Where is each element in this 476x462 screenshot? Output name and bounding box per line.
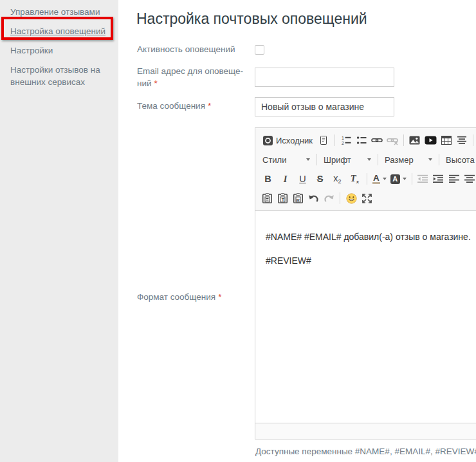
chevron-down-icon (383, 178, 387, 180)
strikethrough-button[interactable]: S (311, 171, 329, 187)
toolbar-separator (367, 173, 367, 185)
chevron-down-icon (403, 178, 407, 180)
svg-text:w: w (295, 198, 300, 202)
toolbar-separator (334, 134, 335, 146)
size-combo[interactable]: Размер (381, 155, 435, 165)
bold-button[interactable]: B (259, 171, 277, 187)
email-input[interactable] (255, 68, 394, 87)
bulleted-list-button[interactable] (354, 132, 369, 149)
strikethrough-icon: S (313, 174, 327, 184)
toolbar-separator (378, 154, 378, 165)
align-left-button[interactable] (446, 171, 462, 187)
numbered-list-button[interactable]: 12 (338, 132, 354, 149)
editor-content-area[interactable]: #NAME# #EMAIL# добавил(-а) отзыв о магаз… (255, 211, 476, 423)
font-combo[interactable]: Шрифт (320, 155, 374, 165)
background-color-button[interactable]: A (389, 171, 408, 187)
email-required-asterisk: * (154, 79, 158, 88)
underline-icon: U (296, 174, 309, 184)
available-variables-note: Доступные переменные #NAME#, #EMAIL#, #R… (255, 447, 476, 456)
youtube-button[interactable] (423, 132, 439, 149)
italic-button[interactable]: I (277, 171, 294, 187)
toolbar-separator (316, 154, 317, 165)
source-button[interactable]: Исходник (259, 132, 316, 149)
source-icon (262, 135, 273, 146)
smiley-icon (346, 193, 357, 204)
activity-label-text: Активность оповещений (137, 44, 235, 54)
sidebar-item-settings[interactable]: Настройки (10, 44, 108, 57)
remove-format-button[interactable]: Tx (346, 171, 363, 187)
maximize-button[interactable] (359, 190, 374, 207)
sidebar-item-review-management[interactable]: Управление отзывами (10, 6, 108, 19)
email-label: Email адрес для оповеще­ний* (137, 65, 250, 89)
increase-indent-button[interactable] (431, 171, 446, 187)
smiley-button[interactable] (343, 190, 359, 207)
toolbar-row-3: B I U S x2 Tx A A (259, 169, 476, 189)
unlink-button[interactable] (385, 132, 400, 149)
undo-button[interactable] (306, 190, 321, 207)
editor-elements-path-bar (255, 423, 476, 439)
page-title: Настройка почтовых оповещений (136, 10, 367, 28)
editor-paragraph: #REVIEW# (266, 255, 476, 266)
sidebar-menu: Управление отзывами Настройка оповещений… (0, 0, 118, 100)
redo-button[interactable] (321, 190, 336, 207)
increase-indent-icon (433, 174, 444, 183)
size-combo-label: Размер (385, 155, 414, 165)
image-button[interactable] (407, 132, 423, 149)
subject-required-asterisk: * (208, 101, 211, 111)
svg-text:T: T (281, 198, 284, 202)
paste-from-word-button[interactable]: w (290, 190, 306, 207)
decrease-indent-icon (417, 174, 428, 183)
subject-label-text: Тема сообщения (137, 101, 205, 111)
align-center-button[interactable] (462, 171, 476, 187)
table-icon (441, 136, 452, 145)
numbered-list-icon: 12 (341, 135, 351, 145)
bulleted-list-icon (356, 135, 367, 145)
remove-format-mark: x (356, 178, 360, 185)
subscript-base: x (333, 173, 338, 183)
sidebar: Управление отзывами Настройка оповещений… (0, 0, 118, 462)
paste-plain-text-icon: T (278, 193, 288, 203)
paste-plain-text-button[interactable]: T (275, 190, 290, 207)
toolbar-separator (403, 134, 404, 146)
paste-icon (262, 193, 272, 203)
horizontal-rule-button[interactable] (454, 132, 470, 149)
subject-input[interactable] (255, 97, 394, 116)
format-label: Формат сообщения* (137, 291, 250, 303)
styles-combo[interactable]: Стили (259, 155, 313, 165)
chevron-down-icon (306, 158, 310, 161)
templates-icon (318, 135, 329, 145)
email-label-text: Email адрес для оповеще­ний (137, 66, 243, 88)
italic-icon: I (279, 174, 292, 184)
align-left-icon (449, 174, 459, 183)
sidebar-item-external-services-reviews[interactable]: Настройки отзывов на внешних сервисах (10, 64, 108, 88)
svg-text:2: 2 (342, 141, 344, 145)
chevron-down-icon (428, 158, 432, 161)
text-color-icon: A (372, 174, 380, 184)
text-color-button[interactable]: A (371, 171, 389, 187)
subscript-mark: 2 (338, 178, 342, 185)
horizontal-rule-icon (457, 136, 467, 145)
align-center-icon (464, 174, 475, 183)
remove-format-icon: Tx (348, 174, 362, 185)
line-height-combo-label: Высота ... (446, 155, 476, 165)
chevron-down-icon (367, 158, 371, 161)
unlink-icon (387, 135, 398, 145)
background-color-icon: A (390, 174, 400, 184)
link-button[interactable] (369, 132, 385, 149)
templates-button[interactable] (316, 132, 331, 149)
editor-paragraph: #NAME# #EMAIL# добавил(-а) отзыв о магаз… (266, 231, 476, 243)
line-height-combo[interactable]: Высота ... (443, 155, 476, 165)
table-button[interactable] (439, 132, 454, 149)
rich-text-editor: Исходник 12 (255, 127, 476, 439)
redo-icon (324, 194, 334, 203)
remove-format-base: T (351, 173, 356, 183)
underline-button[interactable]: U (294, 171, 311, 187)
sidebar-item-notification-settings[interactable]: Настройка оповещений (10, 25, 108, 38)
source-button-label: Исходник (276, 136, 313, 145)
paste-button[interactable] (259, 190, 275, 207)
bold-icon: B (261, 174, 275, 184)
subscript-button[interactable]: x2 (329, 171, 346, 187)
decrease-indent-button[interactable] (416, 171, 431, 187)
toolbar-row-1: Исходник 12 (259, 131, 476, 150)
activity-checkbox[interactable] (255, 45, 264, 55)
